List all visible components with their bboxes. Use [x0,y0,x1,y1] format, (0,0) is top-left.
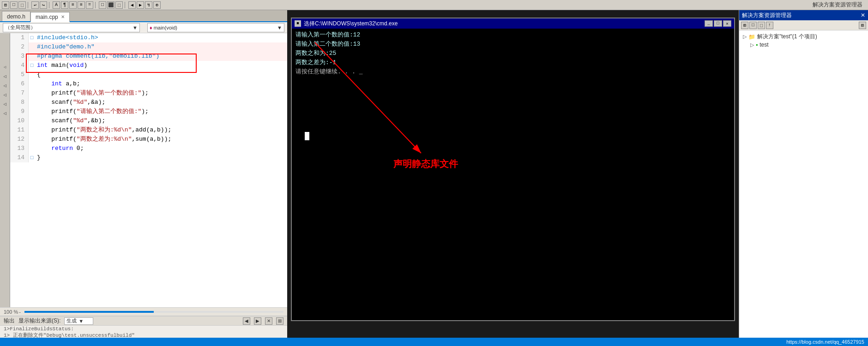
scope-right-chevron: ▼ [277,25,282,30]
code-line-7: 7 printf("请输入第一个数的值:"); [10,89,287,98]
toolbar-icon-10[interactable]: = [86,1,93,9]
cmd-maximize-btn[interactable]: □ [714,20,722,27]
editor-status-bar: 100 % - [0,307,287,316]
toolbar-icon-2[interactable]: □ [10,1,18,9]
sidebar-icon-4[interactable]: ◁ [1,90,9,99]
cmd-line-1: 请输入第一个数的值:12 [295,30,730,40]
cmd-line-3: 两数之和为:25 [295,49,730,58]
solution-root-item[interactable]: ▷ 📁 解决方案"test"(1 个项目) [741,32,866,41]
code-line-14: 14 □ } [10,153,287,162]
output-icon-3[interactable]: ✕ [265,317,272,325]
scope-right-label: main(void) [154,25,177,30]
right-side: ■ 选择C:\WINDOWS\system32\cmd.exe _ □ ✕ 请输… [287,10,739,338]
output-icon-4[interactable]: ⊞ [276,317,283,325]
code-line-13: 13 return 0; [10,144,287,153]
toolbar-icon-11[interactable]: □ [99,1,106,9]
cmd-line-4: 两数之差为:-1 [295,58,730,67]
output-icon-2[interactable]: ▶ [254,317,261,325]
solution-test-item[interactable]: ▷ ▪ test [741,41,866,48]
status-bar: https://blog.csdn.net/qq_46527915 [0,338,868,346]
output-line-2: 1> 正在删除文件"Debug\test.unsuccessfulbuild" [4,332,283,338]
sidebar-fold-icon[interactable]: ◁ [1,63,9,71]
cmd-window: ■ 选择C:\WINDOWS\system32\cmd.exe _ □ ✕ 请输… [291,18,735,321]
toolbar-icon-13[interactable]: ⬚ [115,1,123,9]
solution-test-label: test [760,42,768,48]
output-label: 输出 [4,317,15,325]
toolbar-icon-15[interactable]: ▶ [137,1,144,9]
solution-explorer: 解决方案资源管理器 ✕ ⊞ □ ⬚ ↑ ⊞ ▷ 📁 解决方案"test"(1 个… [739,10,868,338]
solution-explorer-title: 解决方案资源管理器 [742,12,792,19]
sidebar-icon-2[interactable]: ◁ [1,72,9,80]
cmd-minimize-btn[interactable]: _ [705,20,713,27]
cmd-title-icon: ■ [295,20,301,27]
solution-chevron-icon: ▷ [743,34,747,40]
tab-demo-h[interactable]: demo.h [2,11,30,21]
app-window: ⊞ □ ⬚ ↩ ↪ A ¶ ≡ ≡ = □ ⬛ ⬚ ◀ ▶ ↯ ⊕ 解决方案资源… [0,0,868,346]
output-panel: 输出 显示输出来源(S): 生成 ▼ ◀ ▶ ✕ ⊞ 1>FinalizeBui… [0,316,287,338]
sol-tb-icon-4[interactable]: ↑ [766,22,773,29]
solution-label: 解决方案"test"(1 个项目) [757,33,817,41]
tab-close-icon[interactable]: ✕ [61,14,65,19]
toolbar-icon-17[interactable]: ⊕ [153,1,161,9]
output-source-value: 生成 [66,317,77,324]
solution-folder-icon: 📁 [748,34,755,40]
scope-dropdown-right[interactable]: ♦ main(void) ▼ [147,23,284,32]
solution-explorer-header: 解决方案资源管理器 ✕ [739,10,868,20]
code-line-2: 2 #include"demo.h" [10,42,287,52]
code-editor[interactable]: 1 □ #include<stdio.h> 2 #include"demo.h" [10,33,287,307]
cmd-title-text: 选择C:\WINDOWS\system32\cmd.exe [304,20,398,28]
output-source-label: 显示输出来源(S): [18,317,60,325]
sidebar-icon-5[interactable]: ◁ [1,100,9,108]
toolbar-icon-5[interactable]: ↪ [40,1,47,9]
code-line-3: 3 #pragma comment(lib,"demolib.lib") [10,52,287,61]
tab-bar: demo.h main.cpp ✕ [0,10,287,22]
toolbar-icon-7[interactable]: ¶ [61,1,68,9]
scope-left-chevron: ▼ [133,25,138,30]
cmd-line-2: 请输入第二个数的值:13 [295,40,730,49]
sol-tb-icon-5[interactable]: ⊞ [859,22,866,29]
sidebar-icon-3[interactable]: ◁ [1,81,9,89]
toolbar-icon-4[interactable]: ↩ [31,1,39,9]
code-line-11: 11 printf("两数之和为:%d\n",add(a,b)); [10,125,287,135]
tab-demo-h-label: demo.h [7,13,25,20]
code-line-9: 9 printf("请输入第二个数的值:"); [10,107,287,116]
scope-left-label: （全局范围） [5,24,36,31]
zoom-decrease[interactable]: - [19,309,21,315]
tab-main-cpp[interactable]: main.cpp ✕ [30,12,70,22]
toolbar-icon-8[interactable]: ≡ [69,1,77,9]
main-toolbar: ⊞ □ ⬚ ↩ ↪ A ¶ ≡ ≡ = □ ⬛ ⬚ ◀ ▶ ↯ ⊕ 解决方案资源… [0,0,868,10]
solution-explorer-label: 解决方案资源管理器 [813,1,862,9]
toolbar-icon-1[interactable]: ⊞ [2,1,9,9]
left-side: demo.h main.cpp ✕ （全局范围） ▼ [0,10,287,338]
cmd-container: ■ 选择C:\WINDOWS\system32\cmd.exe _ □ ✕ 请输… [287,14,739,325]
solution-toolbar: ⊞ □ ⬚ ↑ ⊞ [739,20,868,30]
toolbar-icon-16[interactable]: ↯ [145,1,152,9]
solution-test-icon: ▪ [756,42,758,48]
code-line-10: 10 scanf("%d",&b); [10,116,287,125]
sol-tb-icon-1[interactable]: ⊞ [741,22,748,29]
sol-tb-icon-2[interactable]: □ [749,22,757,29]
toolbar-icon-12[interactable]: ⬛ [107,1,115,9]
scope-dropdown-left[interactable]: （全局范围） ▼ [3,23,140,32]
cmd-close-btn[interactable]: ✕ [723,20,731,27]
output-source-dropdown[interactable]: 生成 ▼ [64,317,93,325]
status-url: https://blog.csdn.net/qq_46527915 [786,339,864,345]
solution-explorer-close[interactable]: ✕ [861,12,865,18]
output-source-chevron: ▼ [78,318,84,324]
toolbar-icon-3[interactable]: ⬚ [18,1,26,9]
toolbar-icon-6[interactable]: A [53,1,60,9]
output-icon-1[interactable]: ◀ [243,317,250,325]
toolbar-icon-14[interactable]: ◀ [128,1,136,9]
output-content: 1>FinalizeBuildsStatus: 1> 正在删除文件"Debug\… [0,326,287,338]
toolbar-icon-9[interactable]: ≡ [78,1,85,9]
zoom-value: 100 % [4,309,18,315]
output-line-1: 1>FinalizeBuildsStatus: [4,326,283,332]
cmd-titlebar: ■ 选择C:\WINDOWS\system32\cmd.exe _ □ ✕ [292,18,734,29]
sidebar-icon-6[interactable]: ◁ [1,109,9,117]
scope-right-icon: ♦ [150,25,152,30]
scope-bar: （全局范围） ▼ ♦ main(void) ▼ [0,22,287,33]
middle-row: demo.h main.cpp ✕ （全局范围） ▼ [0,10,868,338]
tab-main-cpp-label: main.cpp [36,14,58,20]
cmd-controls: _ □ ✕ [705,20,731,27]
sol-tb-icon-3[interactable]: ⬚ [758,22,765,29]
